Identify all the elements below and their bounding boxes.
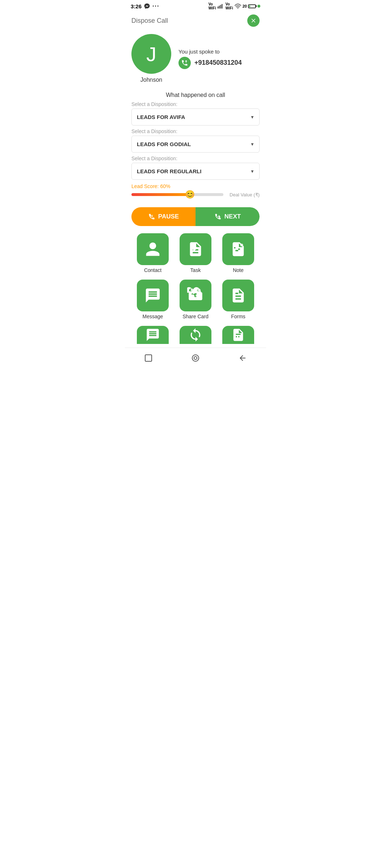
svg-rect-1 <box>219 6 219 9</box>
disposition-3-select[interactable]: LEADS FOR REGULARLI <box>131 163 260 180</box>
svg-rect-2 <box>220 5 221 9</box>
forms-icon-box <box>222 280 254 311</box>
slider-track <box>131 193 223 196</box>
contact-name: Johnson <box>140 77 163 83</box>
slider-thumb[interactable]: 😊 <box>185 190 195 200</box>
spoke-to-label: You just spoke to <box>178 48 242 55</box>
disposition-3-wrapper: LEADS FOR REGULARLI ▼ <box>131 163 260 180</box>
nav-back-button[interactable] <box>236 352 249 365</box>
partial-item-2[interactable] <box>180 326 211 344</box>
close-button[interactable] <box>247 14 260 27</box>
next-label: NEXT <box>224 213 241 220</box>
pause-label: PAUSE <box>158 213 179 220</box>
lead-score-slider[interactable]: 😊 <box>131 191 223 199</box>
partial-item-1[interactable] <box>137 326 169 344</box>
note-label: Note <box>233 267 244 273</box>
signal-text2: VoWiFi <box>226 2 233 10</box>
deal-value-label: Deal Value (₹) <box>227 192 260 197</box>
wifi-icon <box>235 4 241 9</box>
nav-square-button[interactable] <box>142 352 155 365</box>
forms-label: Forms <box>231 314 245 319</box>
partial-icon-2 <box>180 326 211 344</box>
avatar: J <box>131 34 171 74</box>
pause-button[interactable]: PAUSE <box>131 207 196 226</box>
disposition-1-wrapper: LEADS FOR AVIFA ▼ <box>131 109 260 125</box>
call-section: What happened on call Select a Dispositi… <box>125 88 266 202</box>
disposition-1-select[interactable]: LEADS FOR AVIFA <box>131 109 260 125</box>
signal-text: VoWiFi <box>209 2 216 10</box>
note-grid-item[interactable]: + Note <box>222 233 254 273</box>
grid-row-3-partial <box>131 326 260 344</box>
svg-point-16 <box>194 357 197 359</box>
share-card-icon-box <box>180 280 211 311</box>
partial-icon-3 <box>222 326 254 344</box>
phone-row: +918450831204 <box>178 57 242 69</box>
svg-rect-11 <box>196 295 200 296</box>
page-title: Dispose Call <box>131 17 168 25</box>
battery-percent: 20 <box>243 4 247 8</box>
forms-grid-item[interactable]: Forms <box>222 280 254 319</box>
svg-rect-12 <box>196 297 198 298</box>
task-icon-box <box>180 233 211 265</box>
grid-section: Contact Task + Note <box>125 226 266 348</box>
share-card-grid-item[interactable]: Share Card <box>180 280 211 319</box>
slider-row: 😊 Deal Value (₹) <box>131 191 260 199</box>
nav-circle-button[interactable] <box>189 352 202 365</box>
nav-bar <box>125 348 266 370</box>
status-dot <box>257 5 260 8</box>
time-display: 3:26 <box>131 3 142 9</box>
message-label: Message <box>143 314 163 319</box>
svg-text:+: + <box>240 243 243 247</box>
what-happened-label: What happened on call <box>131 92 260 98</box>
svg-rect-13 <box>192 290 200 290</box>
disposition-2-select[interactable]: LEADS FOR GODIAL <box>131 136 260 153</box>
partial-item-3[interactable] <box>222 326 254 344</box>
svg-point-4 <box>237 8 238 9</box>
contact-icon-box <box>137 233 169 265</box>
next-button[interactable]: NEXT <box>196 207 260 226</box>
avatar-wrapper: J Johnson <box>131 34 171 83</box>
svg-rect-5 <box>151 215 151 217</box>
status-bar: 3:26 ··· VoWiFi VoWiFi 20 <box>125 0 266 12</box>
share-card-label: Share Card <box>182 314 209 319</box>
message-icon-box <box>137 280 169 311</box>
phone-icon-circle <box>178 57 191 69</box>
svg-rect-0 <box>218 7 218 9</box>
slider-fill <box>131 193 186 196</box>
task-grid-item[interactable]: Task <box>180 233 211 273</box>
select-label-3: Select a Disposition: <box>131 156 260 161</box>
grid-row-1: Contact Task + Note <box>131 233 260 273</box>
signal-icon <box>218 4 224 9</box>
menu-dots: ··· <box>152 3 159 9</box>
avatar-letter: J <box>146 42 156 66</box>
svg-rect-14 <box>145 355 152 361</box>
status-right: VoWiFi VoWiFi 20 <box>209 2 260 10</box>
spoke-to-section: You just spoke to +918450831204 <box>178 48 242 69</box>
action-buttons: PAUSE NEXT <box>131 207 260 226</box>
lead-score-label: Lead Score: 60% <box>131 183 260 189</box>
contact-grid-item[interactable]: Contact <box>137 233 169 273</box>
messenger-icon <box>144 3 150 9</box>
grid-row-2: Message Share Card <box>131 280 260 319</box>
header: Dispose Call <box>125 12 266 30</box>
svg-point-10 <box>191 294 195 298</box>
battery-indicator: 20 <box>243 4 256 8</box>
svg-point-15 <box>192 355 199 361</box>
select-label-1: Select a Disposition: <box>131 101 260 107</box>
svg-rect-6 <box>152 215 153 217</box>
partial-icon-1 <box>137 326 169 344</box>
phone-number: +918450831204 <box>194 59 242 67</box>
note-icon-box: + <box>222 233 254 265</box>
svg-rect-3 <box>222 4 222 9</box>
contact-label: Contact <box>144 267 161 273</box>
task-label: Task <box>190 267 201 273</box>
disposition-2-wrapper: LEADS FOR GODIAL ▼ <box>131 136 260 153</box>
contact-section: J Johnson You just spoke to +91845083120… <box>125 30 266 88</box>
select-label-2: Select a Disposition: <box>131 128 260 134</box>
message-grid-item[interactable]: Message <box>137 280 169 319</box>
